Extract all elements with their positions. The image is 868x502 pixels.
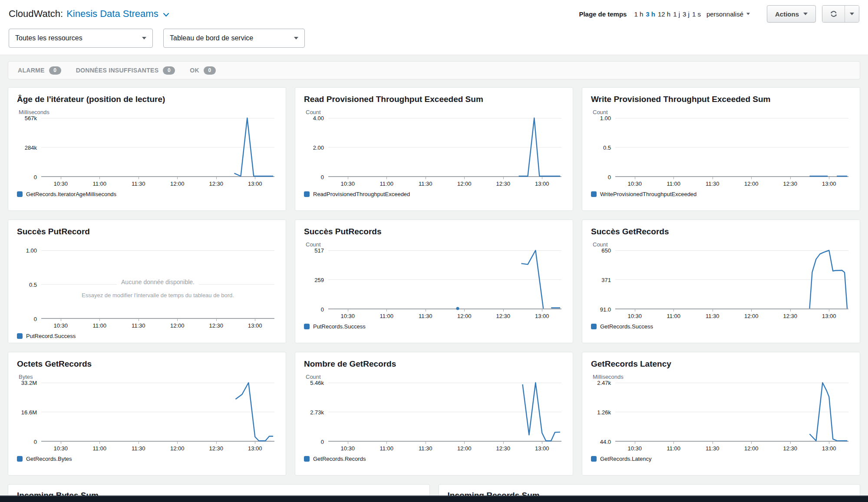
legend-item[interactable]: PutRecords.Success: [304, 323, 564, 330]
chevron-down-icon[interactable]: [163, 13, 169, 17]
chart-title: GetRecords Latency: [591, 358, 851, 370]
alarm-filter-label: DONNÉES INSUFFISANTES: [76, 67, 159, 74]
x-tick-mark: [386, 309, 387, 312]
chart-panel[interactable]: Succès PutRecord1.000.50Aucune donnée di…: [8, 220, 286, 343]
chart-area: 1.000.50: [591, 118, 851, 177]
dashboard-area: ALARME0DONNÉES INSUFFISANTES0OK0 Âge de …: [0, 55, 868, 502]
x-tick-mark: [216, 442, 217, 444]
y-tick-label: 0: [321, 306, 324, 313]
y-axis: 4.002.000: [304, 118, 328, 177]
plot-area[interactable]: [615, 383, 848, 442]
plot-area[interactable]: [615, 118, 848, 177]
alarm-count-badge: 0: [163, 66, 175, 75]
x-tick-mark: [673, 309, 674, 312]
x-tick-mark: [464, 442, 465, 444]
actions-button[interactable]: Actions: [767, 5, 816, 23]
plot-area[interactable]: [41, 383, 274, 442]
y-tick-label: 2.73k: [310, 409, 324, 416]
legend-item[interactable]: GetRecords.Success: [591, 323, 851, 330]
legend-label: GetRecords.Latency: [600, 456, 652, 462]
legend-label: WriteProvisionedThroughputExceeded: [600, 191, 696, 197]
refresh-button[interactable]: [822, 6, 845, 22]
refresh-dropdown-button[interactable]: [845, 6, 859, 22]
dashboard-title-link[interactable]: Kinesis Data Streams: [66, 8, 158, 20]
plot-area[interactable]: [41, 118, 274, 177]
legend-color-swatch: [591, 191, 597, 197]
chart-panel[interactable]: Read Provisioned Throughput Exceeded Sum…: [295, 87, 573, 211]
time-range-option[interactable]: 1 h: [633, 10, 644, 18]
chart-panel[interactable]: Nombre de GetRecordsCount5.46k2.73k010:3…: [295, 352, 573, 476]
x-tick-label: 11:30: [132, 322, 145, 329]
plot-area[interactable]: [328, 250, 561, 309]
alarm-summary-bar: ALARME0DONNÉES INSUFFISANTES0OK0: [8, 61, 860, 79]
x-tick-label: 13:00: [822, 445, 836, 452]
y-axis: 5.46k2.73k0: [304, 383, 328, 442]
legend-item[interactable]: GetRecords.Bytes: [17, 456, 277, 462]
chart-area: 567k284k0: [17, 118, 277, 177]
time-range-option[interactable]: 1 j: [672, 10, 681, 18]
x-tick-label: 12:00: [744, 180, 759, 187]
y-tick-label: 371: [601, 276, 611, 283]
x-tick-mark: [542, 177, 542, 179]
x-tick-mark: [673, 177, 674, 179]
plot-area[interactable]: Aucune donnée disponible.Essayez de modi…: [41, 250, 274, 319]
time-range-option[interactable]: 12 h: [657, 10, 672, 18]
legend-item[interactable]: GetRecords.Records: [304, 456, 564, 462]
alarm-filter-insufficient[interactable]: DONNÉES INSUFFISANTES0: [76, 66, 175, 75]
time-range-option[interactable]: 3 j: [681, 10, 691, 18]
chart-panel[interactable]: Write Provisioned Throughput Exceeded Su…: [582, 87, 860, 211]
x-tick-mark: [673, 442, 674, 444]
legend-item[interactable]: GetRecords.Latency: [591, 456, 851, 462]
alarm-filter-label: OK: [190, 67, 199, 74]
x-tick-label: 12:00: [170, 180, 185, 187]
chart-area: 4.002.000: [304, 118, 564, 177]
x-axis: 10:3011:0011:3012:0012:3013:00: [615, 309, 848, 322]
chart-panel[interactable]: Succès GetRecordsCount65037191.010:3011:…: [582, 220, 860, 343]
legend-item[interactable]: GetRecords.IteratorAgeMilliseconds: [17, 191, 277, 197]
x-tick-mark: [635, 177, 635, 179]
y-axis: 33.2M16.6M0: [17, 383, 41, 442]
y-tick-label: 567k: [25, 115, 37, 121]
y-tick-label: 1.26k: [597, 409, 611, 415]
chart-title: Octets GetRecords: [17, 358, 277, 370]
x-tick-label: 10:30: [53, 180, 68, 187]
x-tick-mark: [386, 177, 387, 179]
plot-area[interactable]: [328, 118, 561, 177]
custom-range-button[interactable]: personnalisé: [706, 10, 750, 18]
dashboard-type-select[interactable]: Tableau de bord de service: [163, 29, 305, 48]
chart-area: 2.47k1.26k44.0: [591, 383, 851, 442]
y-tick-label: 33.2M: [21, 380, 37, 386]
time-range-option[interactable]: 1 s: [691, 10, 702, 18]
plot-area[interactable]: [615, 250, 848, 309]
alarm-filter-ok[interactable]: OK0: [190, 66, 216, 75]
time-range-options: 1 h3 h12 h1 j3 j1 s: [633, 10, 702, 18]
chart-panel[interactable]: GetRecords LatencyMilliseconds2.47k1.26k…: [582, 352, 860, 476]
legend-item[interactable]: PutRecord.Success: [17, 333, 277, 339]
x-tick-label: 13:00: [248, 180, 262, 187]
x-axis: 10:3011:0011:3012:0012:3013:00: [328, 309, 561, 322]
y-axis: 567k284k0: [17, 118, 41, 177]
time-range-option[interactable]: 3 h: [644, 10, 657, 18]
x-tick-label: 10:30: [627, 445, 642, 452]
x-tick-label: 12:00: [170, 322, 185, 329]
caret-down-icon: [142, 37, 146, 39]
x-axis: 10:3011:0011:3012:0012:3013:00: [615, 442, 848, 454]
chart-panel[interactable]: Octets GetRecordsBytes33.2M16.6M010:3011…: [8, 352, 286, 476]
legend-item[interactable]: WriteProvisionedThroughputExceeded: [591, 191, 851, 197]
y-tick-label: 2.00: [313, 144, 324, 151]
chart-panel[interactable]: Âge de l'itérateur (position de lecture)…: [8, 87, 286, 211]
legend-item[interactable]: ReadProvisionedThroughputExceeded: [304, 191, 564, 197]
x-tick-mark: [503, 177, 504, 179]
alarm-filter-alarm[interactable]: ALARME0: [18, 66, 61, 75]
chart-panel[interactable]: Succès PutRecordsCount517259010:3011:001…: [295, 220, 573, 343]
x-tick-label: 11:30: [132, 445, 145, 452]
y-tick-label: 259: [314, 276, 324, 283]
resource-filter-select[interactable]: Toutes les ressources: [9, 29, 153, 48]
y-tick-label: 1.00: [600, 115, 611, 121]
metric-line-svg: [328, 383, 561, 441]
x-tick-label: 11:30: [706, 445, 719, 452]
plot-area[interactable]: [328, 383, 561, 442]
x-tick-label: 12:00: [744, 313, 759, 319]
x-tick-label: 12:30: [209, 180, 223, 187]
chart-area: 65037191.0: [591, 250, 851, 309]
